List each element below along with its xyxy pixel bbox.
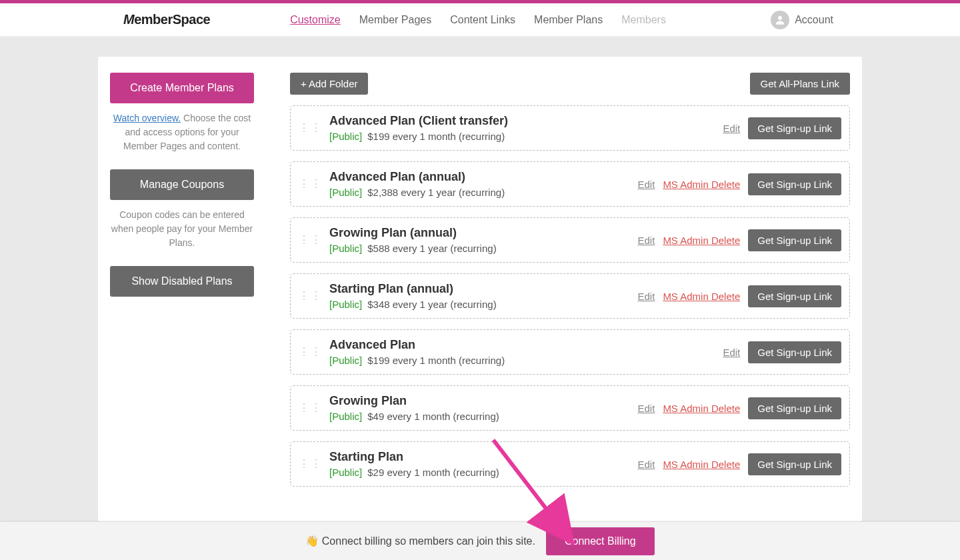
plan-actions: EditMS Admin DeleteGet Sign-up Link bbox=[638, 229, 841, 251]
plan-meta: [Public]$49 every 1 month (recurring) bbox=[329, 411, 631, 422]
add-folder-button[interactable]: + Add Folder bbox=[290, 73, 368, 95]
get-signup-link-button[interactable]: Get Sign-up Link bbox=[748, 117, 841, 139]
plan-price: $199 every 1 month (recurring) bbox=[367, 131, 505, 142]
plan-title: Starting Plan bbox=[329, 450, 631, 464]
get-signup-link-button[interactable]: Get Sign-up Link bbox=[748, 173, 841, 195]
plan-title: Growing Plan bbox=[329, 394, 631, 408]
ms-admin-delete-link[interactable]: MS Admin Delete bbox=[663, 291, 740, 302]
plan-title: Starting Plan (annual) bbox=[329, 282, 631, 296]
edit-link[interactable]: Edit bbox=[638, 291, 655, 302]
plan-actions: EditMS Admin DeleteGet Sign-up Link bbox=[638, 453, 841, 475]
nav-item-members: Members bbox=[621, 14, 666, 26]
sidebar: Create Member Plans Watch overview. Choo… bbox=[110, 73, 254, 497]
plan-price: $588 every 1 year (recurring) bbox=[367, 243, 496, 254]
plans-list: ⋮⋮Advanced Plan (Client transfer)[Public… bbox=[290, 105, 850, 487]
plan-meta: [Public]$2,388 every 1 year (recurring) bbox=[329, 187, 631, 198]
edit-link[interactable]: Edit bbox=[638, 403, 655, 414]
plan-card: ⋮⋮Advanced Plan (Client transfer)[Public… bbox=[290, 105, 850, 151]
manage-coupons-description: Coupon codes can be entered when people … bbox=[110, 208, 254, 250]
drag-handle-icon[interactable]: ⋮⋮ bbox=[299, 237, 323, 243]
plan-info: Starting Plan (annual)[Public]$348 every… bbox=[329, 282, 631, 310]
nav-item-member-pages[interactable]: Member Pages bbox=[359, 14, 432, 26]
plan-price: $348 every 1 year (recurring) bbox=[367, 299, 496, 310]
ms-admin-delete-link[interactable]: MS Admin Delete bbox=[663, 403, 740, 414]
plan-title: Advanced Plan (Client transfer) bbox=[329, 114, 716, 128]
drag-handle-icon[interactable]: ⋮⋮ bbox=[299, 349, 323, 355]
ms-admin-delete-link[interactable]: MS Admin Delete bbox=[663, 459, 740, 470]
plan-actions: EditMS Admin DeleteGet Sign-up Link bbox=[638, 173, 841, 195]
drag-handle-icon[interactable]: ⋮⋮ bbox=[299, 125, 323, 131]
get-all-plans-link-button[interactable]: Get All-Plans Link bbox=[750, 73, 850, 95]
connect-billing-button[interactable]: Connect Billing bbox=[546, 527, 655, 555]
plan-card: ⋮⋮Starting Plan (annual)[Public]$348 eve… bbox=[290, 273, 850, 319]
plan-card: ⋮⋮Growing Plan[Public]$49 every 1 month … bbox=[290, 385, 850, 431]
plan-price: $2,388 every 1 year (recurring) bbox=[367, 187, 505, 198]
account-menu[interactable]: Account bbox=[771, 11, 833, 29]
drag-handle-icon[interactable]: ⋮⋮ bbox=[299, 405, 323, 411]
nav-item-content-links[interactable]: Content Links bbox=[450, 14, 515, 26]
plan-card: ⋮⋮Growing Plan (annual)[Public]$588 ever… bbox=[290, 217, 850, 263]
get-signup-link-button[interactable]: Get Sign-up Link bbox=[748, 285, 841, 307]
plan-info: Starting Plan[Public]$29 every 1 month (… bbox=[329, 450, 631, 478]
edit-link[interactable]: Edit bbox=[638, 459, 655, 470]
account-label: Account bbox=[795, 14, 833, 26]
plan-meta: [Public]$29 every 1 month (recurring) bbox=[329, 467, 631, 478]
get-signup-link-button[interactable]: Get Sign-up Link bbox=[748, 229, 841, 251]
plan-info: Advanced Plan (annual)[Public]$2,388 eve… bbox=[329, 170, 631, 198]
plan-info: Advanced Plan (Client transfer)[Public]$… bbox=[329, 114, 716, 142]
ms-admin-delete-link[interactable]: MS Admin Delete bbox=[663, 179, 740, 190]
plan-visibility: [Public] bbox=[329, 411, 362, 422]
ms-admin-delete-link[interactable]: MS Admin Delete bbox=[663, 235, 740, 246]
plan-card: ⋮⋮Advanced Plan (annual)[Public]$2,388 e… bbox=[290, 161, 850, 207]
drag-handle-icon[interactable]: ⋮⋮ bbox=[299, 461, 323, 467]
edit-link[interactable]: Edit bbox=[638, 179, 655, 190]
plan-visibility: [Public] bbox=[329, 299, 362, 310]
plan-title: Advanced Plan (annual) bbox=[329, 170, 631, 184]
page-card: Create Member Plans Watch overview. Choo… bbox=[98, 57, 862, 560]
edit-link[interactable]: Edit bbox=[723, 123, 740, 134]
plan-meta: [Public]$199 every 1 month (recurring) bbox=[329, 355, 716, 366]
edit-link[interactable]: Edit bbox=[723, 347, 740, 358]
watch-overview-link[interactable]: Watch overview. bbox=[113, 113, 181, 123]
plan-info: Growing Plan (annual)[Public]$588 every … bbox=[329, 226, 631, 254]
edit-link[interactable]: Edit bbox=[638, 235, 655, 246]
plan-actions: EditGet Sign-up Link bbox=[723, 117, 841, 139]
plan-actions: EditGet Sign-up Link bbox=[723, 341, 841, 363]
svg-point-0 bbox=[778, 16, 782, 20]
drag-handle-icon[interactable]: ⋮⋮ bbox=[299, 293, 323, 299]
footer-bar: 👋 Connect billing so members can join th… bbox=[0, 521, 960, 560]
create-member-plans-button[interactable]: Create Member Plans bbox=[110, 73, 254, 103]
nav-item-customize[interactable]: Customize bbox=[290, 14, 341, 26]
create-plans-description: Watch overview. Choose the cost and acce… bbox=[110, 111, 254, 153]
plan-info: Growing Plan[Public]$49 every 1 month (r… bbox=[329, 394, 631, 422]
show-disabled-plans-button[interactable]: Show Disabled Plans bbox=[110, 266, 254, 297]
get-signup-link-button[interactable]: Get Sign-up Link bbox=[748, 341, 841, 363]
plan-visibility: [Public] bbox=[329, 131, 362, 142]
plan-visibility: [Public] bbox=[329, 187, 362, 198]
manage-coupons-button[interactable]: Manage Coupons bbox=[110, 169, 254, 200]
plan-card: ⋮⋮Starting Plan[Public]$29 every 1 month… bbox=[290, 441, 850, 487]
plan-price: $199 every 1 month (recurring) bbox=[367, 355, 505, 366]
drag-handle-icon[interactable]: ⋮⋮ bbox=[299, 181, 323, 187]
main-content: + Add Folder Get All-Plans Link ⋮⋮Advanc… bbox=[290, 73, 850, 497]
get-signup-link-button[interactable]: Get Sign-up Link bbox=[748, 397, 841, 419]
header: MemberSpace // defer logo fix after main… bbox=[0, 3, 960, 37]
main-toolbar: + Add Folder Get All-Plans Link bbox=[290, 73, 850, 95]
plan-meta: [Public]$348 every 1 year (recurring) bbox=[329, 299, 631, 310]
nav-item-member-plans[interactable]: Member Plans bbox=[534, 14, 603, 26]
plan-title: Growing Plan (annual) bbox=[329, 226, 631, 240]
plan-visibility: [Public] bbox=[329, 355, 362, 366]
plan-card: ⋮⋮Advanced Plan[Public]$199 every 1 mont… bbox=[290, 329, 850, 375]
plan-visibility: [Public] bbox=[329, 467, 362, 478]
main-nav: CustomizeMember PagesContent LinksMember… bbox=[290, 14, 666, 26]
plan-title: Advanced Plan bbox=[329, 338, 716, 352]
plan-meta: [Public]$199 every 1 month (recurring) bbox=[329, 131, 716, 142]
plan-meta: [Public]$588 every 1 year (recurring) bbox=[329, 243, 631, 254]
plan-info: Advanced Plan[Public]$199 every 1 month … bbox=[329, 338, 716, 366]
plan-price: $49 every 1 month (recurring) bbox=[367, 411, 499, 422]
plan-actions: EditMS Admin DeleteGet Sign-up Link bbox=[638, 285, 841, 307]
footer-text: 👋 Connect billing so members can join th… bbox=[305, 535, 535, 547]
footer-message: Connect billing so members can join this… bbox=[322, 535, 535, 547]
plan-visibility: [Public] bbox=[329, 243, 362, 254]
get-signup-link-button[interactable]: Get Sign-up Link bbox=[748, 453, 841, 475]
